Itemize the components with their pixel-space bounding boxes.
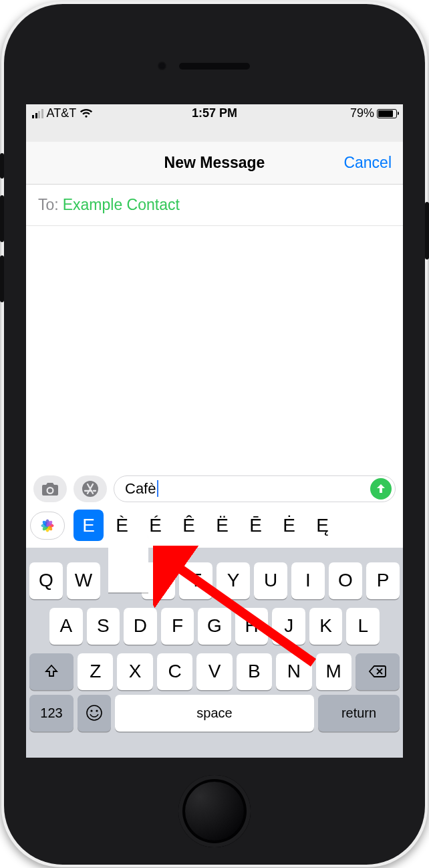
text-cursor: [157, 480, 158, 497]
message-input[interactable]: Cafè: [114, 475, 396, 502]
signal-strength-icon: [32, 109, 43, 118]
keyboard: EÈÉÊËĒĖĘ QWRTYUIOP ASDFGHJKL ZXCVBNM: [26, 504, 403, 758]
svg-point-10: [90, 710, 92, 712]
shift-key[interactable]: [29, 653, 74, 690]
key-h[interactable]: H: [235, 608, 269, 645]
key-longpress-popup: [108, 532, 148, 592]
modal-backdrop: [26, 123, 403, 142]
key-i[interactable]: I: [291, 562, 325, 599]
backspace-icon: [368, 665, 387, 678]
space-key[interactable]: space: [115, 695, 314, 732]
key-x[interactable]: X: [117, 653, 152, 690]
accent-option-ė[interactable]: Ė: [274, 510, 304, 541]
appstore-button[interactable]: [74, 475, 107, 502]
wifi-icon: [80, 108, 93, 118]
key-o[interactable]: O: [329, 562, 362, 599]
key-z[interactable]: Z: [78, 653, 113, 690]
accent-option-e[interactable]: E: [74, 510, 104, 541]
key-n[interactable]: N: [276, 653, 311, 690]
to-field[interactable]: To: Example Contact: [26, 185, 403, 226]
key-m[interactable]: M: [316, 653, 351, 690]
battery-icon: [377, 109, 397, 118]
svg-point-11: [96, 710, 98, 712]
accent-option-ë[interactable]: Ë: [207, 510, 237, 541]
carrier-label: AT&T: [47, 106, 77, 120]
key-b[interactable]: B: [237, 653, 272, 690]
return-key[interactable]: return: [318, 695, 400, 732]
key-f[interactable]: F: [161, 608, 194, 645]
key-u[interactable]: U: [254, 562, 287, 599]
photos-app-button[interactable]: [30, 512, 65, 540]
compose-bar: Cafè: [33, 475, 396, 502]
key-v[interactable]: V: [196, 653, 232, 690]
svg-point-9: [87, 706, 102, 720]
key-y[interactable]: Y: [217, 562, 250, 599]
speaker-grille: [179, 63, 250, 70]
key-j[interactable]: J: [272, 608, 305, 645]
to-contact-chip[interactable]: Example Contact: [63, 196, 180, 214]
accent-popup: EÈÉÊËĒĖĘ: [26, 504, 403, 548]
key-g[interactable]: G: [198, 608, 231, 645]
arrow-up-icon: [375, 483, 387, 495]
key-t[interactable]: T: [179, 562, 212, 599]
appstore-icon: [82, 480, 99, 498]
nav-bar: New Message Cancel: [26, 142, 403, 185]
key-c[interactable]: C: [157, 653, 192, 690]
send-button[interactable]: [370, 478, 392, 500]
phone-frame: AT&T 1:57 PM 79% New Message Cancel To:: [1, 1, 428, 867]
power-button: [425, 202, 429, 259]
status-bar: AT&T 1:57 PM 79%: [26, 104, 403, 123]
key-d[interactable]: D: [124, 608, 157, 645]
numbers-key[interactable]: 123: [29, 695, 74, 732]
emoji-icon: [86, 704, 103, 722]
front-camera: [158, 62, 166, 70]
screen: AT&T 1:57 PM 79% New Message Cancel To:: [26, 104, 403, 758]
camera-button[interactable]: [33, 475, 67, 502]
shift-icon: [43, 663, 59, 679]
cancel-button[interactable]: Cancel: [343, 154, 392, 172]
page-title: New Message: [164, 154, 265, 172]
battery-percent: 79%: [350, 106, 374, 120]
accent-option-ę[interactable]: Ę: [307, 510, 337, 541]
key-q[interactable]: Q: [29, 562, 63, 599]
key-s[interactable]: S: [87, 608, 120, 645]
photos-icon: [39, 518, 55, 534]
key-l[interactable]: L: [346, 608, 380, 645]
key-w[interactable]: W: [67, 562, 100, 599]
key-a[interactable]: A: [49, 608, 83, 645]
delete-key[interactable]: [355, 653, 400, 690]
accent-option-ê[interactable]: Ê: [174, 510, 204, 541]
key-p[interactable]: P: [366, 562, 400, 599]
home-button[interactable]: [178, 775, 251, 847]
to-label: To:: [38, 196, 59, 214]
camera-icon: [41, 481, 59, 496]
accent-option-ē[interactable]: Ē: [241, 510, 271, 541]
clock: 1:57 PM: [192, 106, 237, 120]
key-k[interactable]: K: [309, 608, 343, 645]
message-text: Cafè: [125, 480, 156, 498]
emoji-key[interactable]: [78, 695, 111, 732]
